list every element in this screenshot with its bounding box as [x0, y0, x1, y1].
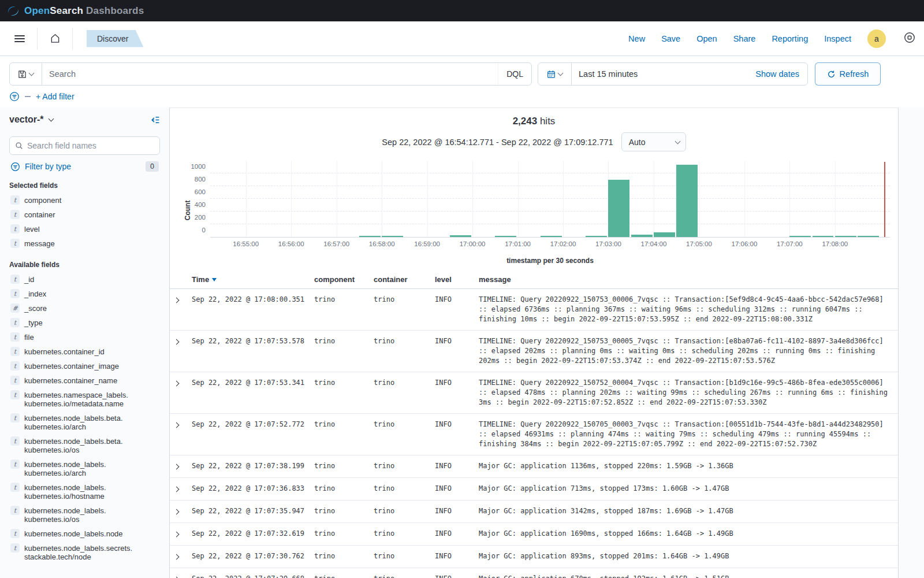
- field-item[interactable]: tkubernetes.node_labels.secrets. stackab…: [9, 541, 160, 564]
- histogram-bar[interactable]: [654, 232, 675, 237]
- histogram-bar[interactable]: [541, 236, 562, 237]
- expand-row-button[interactable]: [174, 484, 192, 494]
- nav-link-share[interactable]: Share: [733, 34, 756, 43]
- histogram-bar[interactable]: [676, 165, 698, 237]
- cell-level: INFO: [435, 336, 479, 346]
- field-item[interactable]: tlevel: [9, 222, 160, 236]
- expand-row-button[interactable]: [174, 574, 192, 578]
- expand-row-button[interactable]: [174, 378, 192, 388]
- field-item[interactable]: tkubernetes.node_labels.beta. kubernetes…: [9, 434, 160, 457]
- histogram-bar[interactable]: [359, 236, 381, 237]
- nav-link-inspect[interactable]: Inspect: [824, 34, 851, 43]
- field-item[interactable]: tkubernetes.node_labels. kubernetes.io/a…: [9, 457, 160, 480]
- field-search-input[interactable]: [27, 141, 154, 150]
- field-item[interactable]: tkubernetes.container_name: [9, 373, 160, 388]
- field-item[interactable]: tkubernetes.node_labels.node: [9, 527, 160, 541]
- available-fields-list: t_idt_index#_scoret_typetfiletkubernetes…: [9, 272, 160, 564]
- nav-link-open[interactable]: Open: [696, 34, 717, 43]
- cell-component: trino: [314, 461, 374, 471]
- field-item[interactable]: tkubernetes.namespace_labels. kubernetes…: [9, 388, 160, 411]
- refresh-button[interactable]: Refresh: [815, 62, 881, 86]
- search-input[interactable]: [42, 69, 498, 79]
- field-item[interactable]: tkubernetes.node_labels. kubernetes.io/h…: [9, 480, 160, 503]
- gridline: [835, 161, 836, 237]
- column-header-container[interactable]: container: [374, 275, 435, 284]
- nav-link-new[interactable]: New: [628, 34, 645, 43]
- histogram-bar[interactable]: [631, 235, 653, 237]
- column-header-level[interactable]: level: [435, 275, 479, 284]
- histogram-bar[interactable]: [608, 180, 629, 237]
- field-item[interactable]: t_id: [9, 272, 160, 287]
- expand-row-button[interactable]: [174, 295, 192, 305]
- fields-sidebar: vector-* Filter by type 0 Selected field…: [0, 108, 169, 578]
- expand-row-button[interactable]: [174, 529, 192, 539]
- field-item[interactable]: #_score: [9, 301, 160, 316]
- expand-row-button[interactable]: [174, 420, 192, 430]
- cell-container: trino: [374, 336, 435, 346]
- text-field-icon: t: [10, 390, 20, 399]
- expand-row-button[interactable]: [174, 506, 192, 517]
- histogram-bar[interactable]: [382, 236, 403, 237]
- nav-link-save[interactable]: Save: [661, 34, 680, 43]
- histogram-bar[interactable]: [586, 236, 607, 237]
- field-item[interactable]: t_index: [9, 287, 160, 301]
- field-item[interactable]: tfile: [9, 330, 160, 344]
- interval-select[interactable]: Auto: [621, 132, 686, 151]
- histogram-bar[interactable]: [835, 236, 856, 237]
- avatar[interactable]: a: [867, 29, 886, 48]
- chevron-right-icon: [174, 487, 180, 492]
- dql-button[interactable]: DQL: [498, 63, 531, 85]
- help-button[interactable]: [903, 31, 916, 46]
- chart-time-range: Sep 22, 2022 @ 16:54:12.771 - Sep 22, 20…: [382, 138, 613, 147]
- cell-component: trino: [314, 295, 374, 305]
- column-header-component[interactable]: component: [314, 275, 374, 284]
- show-dates-button[interactable]: Show dates: [747, 69, 807, 79]
- histogram-bar[interactable]: [450, 235, 471, 237]
- menu-button[interactable]: [8, 27, 31, 50]
- cell-container: trino: [374, 461, 435, 471]
- histogram-bar[interactable]: [495, 236, 516, 237]
- add-filter-button[interactable]: + Add filter: [36, 92, 74, 101]
- histogram-bar[interactable]: [858, 236, 879, 237]
- home-button[interactable]: [43, 27, 66, 50]
- gridline: [291, 161, 292, 237]
- field-item[interactable]: tkubernetes.container_id: [9, 344, 160, 359]
- x-tick-label: 17:06:00: [732, 240, 758, 247]
- cell-message: Major GC: application 1136ms, stopped 22…: [479, 461, 891, 471]
- expand-row-button[interactable]: [174, 551, 192, 562]
- filter-by-type-button[interactable]: Filter by type 0: [10, 161, 159, 172]
- x-tick-label: 17:05:00: [686, 240, 712, 247]
- gridline: [382, 161, 382, 237]
- discover-main-panel: 2,243 hits Sep 22, 2022 @ 16:54:12.771 -…: [169, 108, 899, 578]
- index-pattern-selector[interactable]: vector-*: [9, 114, 53, 125]
- collapse-sidebar-icon[interactable]: [150, 115, 160, 125]
- saved-query-menu-button[interactable]: [10, 63, 42, 85]
- histogram-bar[interactable]: [789, 236, 811, 237]
- text-field-icon: t: [10, 224, 20, 234]
- y-tick-label: 200: [195, 214, 206, 221]
- quick-select-button[interactable]: [538, 63, 572, 85]
- field-item[interactable]: tmessage: [9, 236, 160, 251]
- column-header-message[interactable]: message: [479, 275, 891, 284]
- field-item[interactable]: tkubernetes.container_image: [9, 359, 160, 373]
- selected-fields-header: Selected fields: [9, 181, 160, 190]
- cell-container: trino: [374, 506, 435, 516]
- text-field-icon: t: [10, 413, 20, 423]
- expand-row-button[interactable]: [174, 461, 192, 472]
- time-range-value[interactable]: Last 15 minutes: [572, 69, 747, 79]
- nav-link-reporting[interactable]: Reporting: [772, 34, 808, 43]
- filter-icon[interactable]: [9, 91, 20, 102]
- expand-row-button[interactable]: [174, 336, 192, 347]
- cell-component: trino: [314, 574, 374, 578]
- column-header-time[interactable]: Time: [192, 275, 314, 284]
- field-item[interactable]: tcomponent: [9, 193, 160, 208]
- breadcrumb-discover[interactable]: Discover: [87, 30, 143, 47]
- histogram-bar[interactable]: [813, 236, 834, 237]
- field-item[interactable]: tcontainer: [9, 208, 160, 222]
- field-item[interactable]: tkubernetes.node_labels.beta. kubernetes…: [9, 411, 160, 434]
- field-item[interactable]: tkubernetes.node_labels. kubernetes.io/o…: [9, 503, 160, 527]
- date-picker: Last 15 minutes Show dates: [538, 62, 808, 86]
- cell-level: INFO: [435, 529, 479, 539]
- field-item[interactable]: t_type: [9, 316, 160, 330]
- y-axis-label: Count: [184, 201, 192, 221]
